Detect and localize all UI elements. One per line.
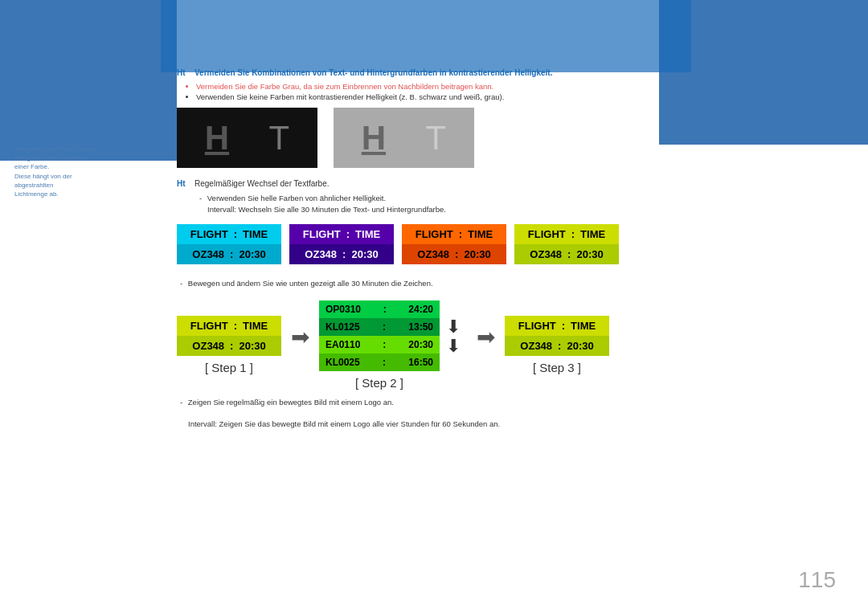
hint1-bullets: Vermeiden Sie die Farbe Grau, da sie zum… (196, 82, 836, 101)
left-note-line1: Helligkeit bezieht sich auf die (14, 145, 97, 153)
flight-header-purple-right: TIME (355, 228, 380, 240)
demo-boxes: H T H T (177, 108, 836, 168)
logo-line1-text: Zeigen Sie regelmäßig ein bewegtes Bild … (188, 398, 394, 407)
flight-data-cyan-left: OZ348 (192, 248, 224, 260)
step2-row-4: KL0025 : 16:50 (319, 353, 440, 371)
step2-widget: OP0310 : 24:20 KL0125 : 13:50 EA0110 : 2… (319, 300, 440, 371)
flight-data-purple-right: 20:30 (351, 248, 378, 260)
hint1-bullet-2: Verwenden Sie keine Farben mit kontrasti… (196, 92, 836, 101)
left-note-line3: Diese hängt von der abgestrahlten (14, 173, 72, 189)
step3-block: FLIGHT : TIME OZ348 : 20:30 [ Step 3 ] (505, 316, 609, 374)
bg-decoration-center (161, 0, 691, 72)
step1-data-right: 20:30 (239, 340, 265, 352)
hint1-label: Ht (177, 68, 190, 77)
step3-header-left: FLIGHT (518, 320, 556, 332)
step2-r4-right: 16:50 (408, 357, 433, 368)
logo-instruction-line2: Intervall: Zeigen Sie das bewegte Bild m… (188, 419, 836, 428)
demo-black-h: H (205, 119, 229, 157)
flight-header-purple-left: FLIGHT (303, 228, 341, 240)
step1-data: OZ348 : 20:30 (177, 336, 281, 356)
step1-label: [ Step 1 ] (205, 361, 253, 374)
step3-data-right: 20:30 (567, 340, 593, 352)
step2-row-2: KL0125 : 13:50 (319, 318, 440, 336)
flight-widget-cyan: FLIGHT : TIME OZ348 : 20:30 (177, 224, 281, 264)
flight-data-orange: OZ348 : 20:30 (402, 244, 506, 264)
steps-row: FLIGHT : TIME OZ348 : 20:30 [ Step 1 ] ➡… (177, 300, 836, 390)
step1-header-left: FLIGHT (190, 320, 228, 332)
step2-r3-left: EA0110 (326, 339, 360, 350)
step3-data-left: OZ348 (520, 340, 552, 352)
step1-data-left: OZ348 (192, 340, 224, 352)
flight-data-cyan-right: 20:30 (239, 248, 265, 260)
flight-data-ygreen: OZ348 : 20:30 (514, 244, 619, 264)
instruction-text: - Bewegen und ändern Sie wie unten gezei… (180, 279, 836, 288)
flight-data-orange-left: OZ348 (417, 248, 449, 260)
flight-header-cyan-left: FLIGHT (190, 228, 228, 240)
logo-instruction: - Zeigen Sie regelmäßig ein bewegtes Bil… (177, 398, 836, 428)
hint2-sublines: - Verwenden Sie helle Farben von ähnlich… (199, 193, 836, 216)
flight-header-orange: FLIGHT : TIME (402, 224, 506, 244)
step2-r2-right: 13:50 (408, 321, 433, 333)
logo-line2-text: Intervall: Zeigen Sie das bewegte Bild m… (188, 419, 500, 428)
instruction-text-content: Bewegen und ändern Sie wie unten gezeigt… (188, 279, 433, 288)
flight-header-cyan-right: TIME (243, 228, 268, 240)
flight-data-orange-right: 20:30 (464, 248, 490, 260)
step2-row-1: OP0310 : 24:20 (319, 300, 440, 318)
step2-label: [ Step 2 ] (355, 376, 403, 390)
arrows-down: ⬇ ⬇ (446, 317, 461, 356)
flight-data-cyan: OZ348 : 20:30 (177, 244, 281, 264)
flight-header-cyan: FLIGHT : TIME (177, 224, 281, 244)
flight-data-purple: OZ348 : 20:30 (289, 244, 394, 264)
step1-header-right: TIME (243, 320, 268, 332)
step1-header: FLIGHT : TIME (177, 316, 281, 336)
left-note-line2: Helligkeit oder Dunkelheit einer Farbe. (14, 154, 88, 170)
hint1-bullet-1: Vermeiden Sie die Farbe Grau, da sie zum… (196, 82, 836, 91)
flight-header-purple: FLIGHT : TIME (289, 224, 394, 244)
demo-box-black: H T (177, 108, 317, 168)
flight-widgets-row: FLIGHT : TIME OZ348 : 20:30 FLIGHT : TIM… (177, 224, 836, 264)
bg-decoration-left (0, 0, 177, 161)
step1-widget: FLIGHT : TIME OZ348 : 20:30 (177, 316, 281, 356)
step2-r1-left: OP0310 (326, 304, 361, 315)
left-note: Helligkeit bezieht sich auf die Helligke… (14, 145, 103, 198)
step3-data: OZ348 : 20:30 (505, 336, 609, 356)
flight-widget-orange: FLIGHT : TIME OZ348 : 20:30 (402, 224, 506, 264)
flight-header-ygreen: FLIGHT : TIME (514, 224, 619, 244)
hint2-label: Ht (177, 179, 190, 188)
step2-block: OP0310 : 24:20 KL0125 : 13:50 EA0110 : 2… (319, 300, 440, 390)
hint2-text: Regelmäßiger Wechsel der Textfarbe. (194, 179, 330, 188)
flight-header-orange-left: FLIGHT (416, 228, 453, 240)
hint2-row: Ht Regelmäßiger Wechsel der Textfarbe. (177, 179, 836, 188)
main-content: Ht Vermeiden Sie Kombinationen von Text-… (177, 68, 836, 428)
page-number: 115 (798, 567, 836, 593)
flight-widget-ygreen: FLIGHT : TIME OZ348 : 20:30 (514, 224, 619, 264)
hint1-row: Ht Vermeiden Sie Kombinationen von Text-… (177, 68, 836, 77)
demo-gray-h: H (362, 119, 386, 157)
step3-label: [ Step 3 ] (533, 361, 581, 374)
demo-black-t: T (269, 119, 290, 157)
step2-r4-left: KL0025 (326, 357, 360, 368)
demo-gray-t: T (426, 119, 447, 157)
demo-box-gray: H T (334, 108, 474, 168)
flight-header-ygreen-right: TIME (580, 228, 605, 240)
flight-data-purple-left: OZ348 (305, 248, 337, 260)
step2-r1-right: 24:20 (408, 304, 433, 315)
step1-block: FLIGHT : TIME OZ348 : 20:30 [ Step 1 ] (177, 316, 281, 374)
logo-instruction-line1: - Zeigen Sie regelmäßig ein bewegtes Bil… (180, 398, 836, 407)
step2-row-3: EA0110 : 20:30 (319, 336, 440, 353)
flight-header-orange-right: TIME (468, 228, 493, 240)
flight-header-ygreen-left: FLIGHT (528, 228, 566, 240)
flight-data-ygreen-left: OZ348 (530, 248, 562, 260)
flight-widget-purple: FLIGHT : TIME OZ348 : 20:30 (289, 224, 394, 264)
hint2-sub2: Intervall: Wechseln Sie alle 30 Minuten … (207, 205, 446, 214)
hint2-section: Ht Regelmäßiger Wechsel der Textfarbe. -… (177, 179, 836, 216)
arrow-right-2: ➡ (477, 324, 495, 350)
step2-r3-right: 20:30 (408, 339, 433, 350)
step3-header: FLIGHT : TIME (505, 316, 609, 336)
hint1-text: Vermeiden Sie Kombinationen von Text- un… (194, 68, 552, 77)
flight-data-ygreen-right: 20:30 (576, 248, 603, 260)
step3-header-right: TIME (571, 320, 596, 332)
left-note-line4: Lichtmenge ab. (14, 190, 59, 198)
step3-widget: FLIGHT : TIME OZ348 : 20:30 (505, 316, 609, 356)
step2-r2-left: KL0125 (326, 321, 360, 333)
